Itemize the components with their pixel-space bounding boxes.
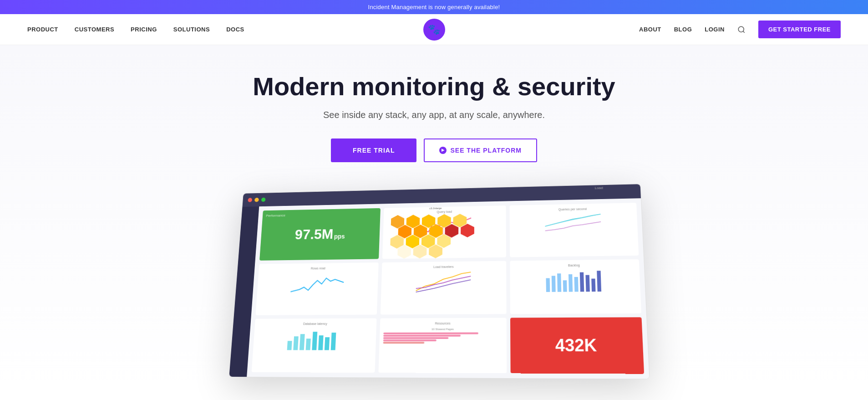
svg-rect-19 — [324, 337, 329, 350]
svg-rect-11 — [591, 278, 595, 292]
hero-cta-buttons: FREE TRIAL ▶ SEE THE PLATFORM — [9, 138, 859, 162]
svg-marker-24 — [437, 214, 451, 227]
metric-throughput-card: Performance 97.5M pps — [259, 208, 381, 260]
nav-pricing[interactable]: PRICING — [131, 26, 157, 33]
nav-login[interactable]: LOGIN — [705, 26, 725, 33]
qps-chart — [513, 211, 634, 236]
hero-section: Modern monitoring & security See inside … — [0, 45, 868, 391]
nav-docs[interactable]: DOCS — [226, 26, 244, 33]
backlog-card: Backlog — [510, 259, 641, 314]
rows-read-card: Rows read — [255, 262, 378, 315]
rows-read-chart — [260, 271, 375, 294]
svg-rect-17 — [312, 332, 317, 350]
backlog-label: Backlog — [513, 262, 635, 267]
rows-read-label: Rows read — [262, 266, 375, 270]
hex-grid-svg — [381, 210, 489, 265]
logo-icon: 🐾 — [428, 24, 440, 36]
metric-1-label: Performance — [266, 213, 285, 217]
svg-rect-7 — [568, 274, 572, 292]
svg-rect-8 — [574, 277, 578, 292]
svg-marker-25 — [453, 214, 467, 227]
window-maximize-dot — [261, 197, 265, 201]
svg-rect-18 — [318, 335, 323, 350]
svg-rect-14 — [293, 336, 299, 350]
svg-rect-10 — [585, 275, 589, 292]
metric-1-value: 97.5M — [294, 226, 334, 242]
metric-2-value: 432K — [555, 335, 597, 355]
svg-rect-15 — [299, 334, 305, 350]
svg-line-1 — [743, 31, 744, 32]
load-travelers-card: Load travelers — [380, 261, 506, 315]
svg-rect-12 — [597, 270, 601, 291]
dashboard-screenshot: Performance 97.5M pps Query load — [228, 184, 650, 379]
qps-label: Queries per second — [513, 206, 633, 212]
svg-rect-5 — [557, 273, 561, 292]
nav-solutions[interactable]: SOLUTIONS — [173, 26, 210, 33]
resources-label: Resources — [383, 322, 503, 325]
metric-1-unit: pps — [334, 233, 345, 240]
queries-per-second-card: Queries per second — [509, 203, 639, 257]
nav-right-links: ABOUT BLOG LOGIN — [639, 26, 725, 33]
svg-marker-21 — [391, 215, 404, 228]
nav-product[interactable]: PRODUCT — [27, 26, 58, 33]
svg-rect-6 — [563, 280, 567, 291]
svg-rect-20 — [330, 333, 336, 350]
svg-marker-23 — [421, 214, 435, 228]
backlog-chart — [513, 268, 636, 292]
announcement-banner: Incident Management is now generally ava… — [0, 0, 868, 14]
nav-right: ABOUT BLOG LOGIN GET STARTED FREE — [639, 21, 841, 38]
svg-rect-16 — [305, 338, 310, 350]
search-icon[interactable] — [737, 26, 746, 34]
main-nav: PRODUCT CUSTOMERS PRICING SOLUTIONS DOCS… — [0, 14, 868, 45]
banner-text: Incident Management is now generally ava… — [368, 4, 500, 10]
svg-rect-9 — [579, 272, 584, 292]
nav-customers[interactable]: CUSTOMERS — [75, 26, 114, 33]
logo-circle: 🐾 — [423, 19, 445, 41]
see-platform-button[interactable]: ▶ SEE THE PLATFORM — [424, 138, 537, 162]
dashboard-preview: Performance 97.5M pps Query load — [229, 185, 639, 376]
hero-subheadline: See inside any stack, any app, at any sc… — [9, 110, 859, 120]
load-label: Load — [594, 186, 603, 190]
hex-overlay: c3.2xlarge — [381, 205, 489, 266]
window-close-dot — [248, 198, 252, 202]
nav-logo[interactable]: 🐾 — [423, 19, 445, 41]
svg-rect-4 — [551, 276, 555, 292]
resources-list: 10 Slowest Pages — [383, 327, 503, 344]
db-latency-card: Database latency — [251, 318, 376, 373]
load-travelers-chart — [385, 269, 503, 293]
see-platform-label: SEE THE PLATFORM — [450, 147, 522, 154]
svg-rect-13 — [287, 341, 292, 350]
db-latency-label: Database latency — [258, 322, 373, 326]
get-started-button[interactable]: GET STARTED FREE — [758, 21, 841, 38]
nav-blog[interactable]: BLOG — [674, 26, 692, 33]
window-minimize-dot — [254, 198, 259, 202]
play-icon: ▶ — [439, 147, 447, 154]
nav-about[interactable]: ABOUT — [639, 26, 661, 33]
nav-left-links: PRODUCT CUSTOMERS PRICING SOLUTIONS DOCS — [27, 26, 244, 33]
svg-marker-22 — [406, 215, 420, 228]
hero-headline: Modern monitoring & security — [9, 72, 859, 101]
db-latency-chart — [256, 327, 372, 350]
free-trial-button[interactable]: FREE TRIAL — [331, 138, 416, 162]
resources-card: Resources 10 Slowest Pages — [378, 318, 507, 373]
metric-backlog-card: 432K — [510, 317, 644, 374]
svg-rect-3 — [546, 278, 550, 292]
customers-tagline: THOUSANDS OF CUSTOMERS LOVE & TRUST DATA… — [0, 391, 868, 400]
svg-point-0 — [738, 26, 744, 32]
